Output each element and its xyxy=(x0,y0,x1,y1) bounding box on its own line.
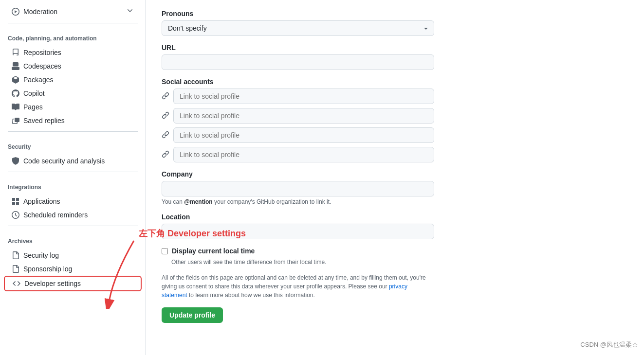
local-time-label: Display current local time xyxy=(172,247,255,255)
location-label: Location xyxy=(162,213,628,221)
developer-settings-label: Developer settings xyxy=(24,280,81,287)
clock-icon xyxy=(12,211,19,219)
moderation-label: Moderation xyxy=(23,8,57,16)
packages-label: Packages xyxy=(23,76,53,84)
repositories-label: Repositories xyxy=(23,49,61,56)
social-input-2[interactable] xyxy=(173,108,434,124)
social-input-3[interactable] xyxy=(173,127,434,143)
applications-label: Applications xyxy=(23,197,60,205)
url-label: URL xyxy=(162,44,628,52)
sidebar-item-codespaces[interactable]: Codespaces xyxy=(4,59,142,73)
divider-security xyxy=(8,131,138,132)
security-log-label: Security log xyxy=(23,251,59,259)
sidebar-item-developer-settings[interactable]: Developer settings xyxy=(4,276,142,291)
privacy-notice-end: to learn more about how we use this info… xyxy=(187,292,315,299)
link-icon-2 xyxy=(162,111,169,121)
moderation-icon xyxy=(12,8,19,16)
sidebar-item-applications[interactable]: Applications xyxy=(4,195,142,208)
social-input-4[interactable] xyxy=(173,147,434,162)
saved-replies-icon xyxy=(12,117,19,124)
packages-icon xyxy=(12,76,19,84)
company-hint-suffix: your company's GitHub organization to li… xyxy=(213,198,331,205)
company-label: Company xyxy=(162,170,628,178)
location-input[interactable] xyxy=(162,224,434,239)
privacy-notice: All of the fields on this page are optio… xyxy=(162,273,434,300)
social-row-1 xyxy=(162,89,434,104)
pronouns-select[interactable]: Don't specify they/them she/her he/him xyxy=(162,20,434,36)
location-field-group: Location xyxy=(162,213,628,239)
sidebar-item-pages[interactable]: Pages xyxy=(4,100,142,114)
apps-icon xyxy=(12,197,19,205)
divider-archives xyxy=(8,226,138,226)
section-security-header: Security xyxy=(0,136,146,154)
privacy-notice-prefix: All of the fields on this page are optio… xyxy=(162,274,426,290)
sidebar: Moderation Code, planning, and automatio… xyxy=(0,0,146,355)
pages-icon xyxy=(12,103,19,111)
sidebar-item-copilot[interactable]: Copilot xyxy=(4,87,142,100)
company-field-group: Company You can @mention your company's … xyxy=(162,170,628,205)
update-profile-button[interactable]: Update profile xyxy=(162,307,223,323)
copilot-label: Copilot xyxy=(23,89,45,97)
local-time-checkbox[interactable] xyxy=(162,248,168,254)
copilot-icon xyxy=(12,89,19,97)
company-hint-prefix: You can xyxy=(162,198,184,205)
social-row-2 xyxy=(162,108,434,124)
sidebar-item-sponsorship-log[interactable]: Sponsorship log xyxy=(4,262,142,276)
pronouns-label: Pronouns xyxy=(162,10,628,18)
link-icon-4 xyxy=(162,150,169,160)
code-security-label: Code security and analysis xyxy=(23,157,105,165)
moderation-chevron-icon xyxy=(126,7,134,16)
main-content: Pronouns Don't specify they/them she/her… xyxy=(146,0,644,355)
divider-integrations xyxy=(8,172,138,172)
codespaces-label: Codespaces xyxy=(23,62,61,70)
sidebar-item-code-security[interactable]: Code security and analysis xyxy=(4,154,142,168)
sidebar-item-scheduled-reminders[interactable]: Scheduled reminders xyxy=(4,208,142,222)
social-row-4 xyxy=(162,147,434,162)
social-row-3 xyxy=(162,127,434,143)
local-time-hint: Other users will see the time difference… xyxy=(171,259,628,266)
section-archives-header: Archives xyxy=(0,230,146,248)
code-icon xyxy=(13,280,20,287)
section-integrations-header: Integrations xyxy=(0,176,146,195)
sidebar-item-repositories[interactable]: Repositories xyxy=(4,46,142,59)
link-icon-3 xyxy=(162,131,169,140)
company-mention: @mention xyxy=(184,198,212,205)
divider-top xyxy=(8,23,138,23)
company-hint: You can @mention your company's GitHub o… xyxy=(162,198,434,205)
scheduled-reminders-label: Scheduled reminders xyxy=(23,211,88,219)
sidebar-item-security-log[interactable]: Security log xyxy=(4,248,142,262)
url-field-group: URL xyxy=(162,44,628,70)
sidebar-item-packages[interactable]: Packages xyxy=(4,73,142,87)
link-icon-1 xyxy=(162,92,169,101)
shield-icon xyxy=(12,157,19,165)
codespaces-icon xyxy=(12,62,19,70)
sidebar-item-moderation[interactable]: Moderation xyxy=(4,4,142,19)
pronouns-field-group: Pronouns Don't specify they/them she/her… xyxy=(162,10,628,36)
social-accounts-label: Social accounts xyxy=(162,78,628,86)
local-time-field-group: Display current local time Other users w… xyxy=(162,247,628,266)
company-input[interactable] xyxy=(162,181,434,196)
saved-replies-label: Saved replies xyxy=(23,117,65,124)
pages-label: Pages xyxy=(23,103,43,111)
social-input-1[interactable] xyxy=(173,89,434,104)
sponsorship-log-label: Sponsorship log xyxy=(23,265,72,273)
section-code-header: Code, planning, and automation xyxy=(0,27,146,46)
repo-icon xyxy=(12,49,19,56)
local-time-checkbox-row: Display current local time xyxy=(162,247,628,255)
sidebar-item-saved-replies[interactable]: Saved replies xyxy=(4,114,142,127)
security-log-icon xyxy=(12,251,19,259)
url-input[interactable] xyxy=(162,54,434,70)
sponsorship-log-icon xyxy=(12,265,19,273)
social-accounts-field-group: Social accounts xyxy=(162,78,628,162)
